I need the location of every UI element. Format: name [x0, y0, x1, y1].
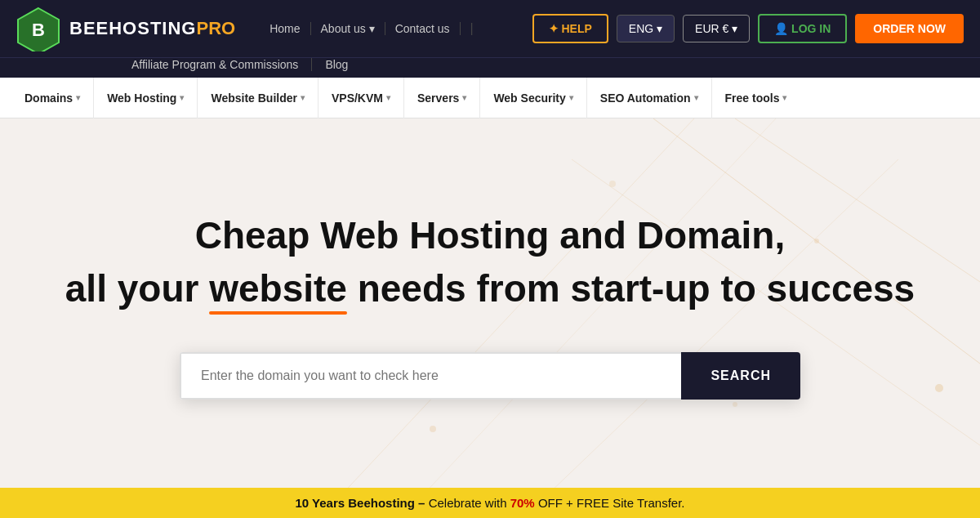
nav-blog[interactable]: Blog	[312, 58, 361, 71]
nav-domains[interactable]: Domains ▾	[24, 78, 94, 118]
svg-point-12	[609, 181, 616, 187]
webhosting-chevron: ▾	[180, 93, 184, 102]
svg-point-9	[935, 384, 943, 392]
hero-title-line2: all your website needs from start-up to …	[65, 266, 915, 311]
nav-web-hosting[interactable]: Web Hosting ▾	[94, 78, 198, 118]
freetools-chevron: ▾	[782, 93, 786, 102]
vps-chevron: ▾	[386, 93, 390, 102]
currency-selector[interactable]: EUR € ▾	[683, 15, 750, 42]
nav-vps-kvm[interactable]: VPS/KVM ▾	[318, 78, 404, 118]
domain-search-bar: SEARCH	[180, 352, 800, 400]
nav-website-builder[interactable]: Website Builder ▾	[198, 78, 318, 118]
logo-icon: B	[16, 7, 61, 51]
main-navigation: Domains ▾ Web Hosting ▾ Website Builder …	[0, 78, 980, 118]
banner-years: 10 Years Beehosting –	[295, 496, 425, 510]
domains-chevron: ▾	[76, 93, 80, 102]
top-navigation: Home About us ▾ Contact us |	[260, 21, 532, 36]
login-button[interactable]: 👤 LOG IN	[758, 14, 847, 43]
help-button[interactable]: ✦ HELP	[532, 14, 608, 43]
servers-chevron: ▾	[462, 93, 466, 102]
nav-contact[interactable]: Contact us	[385, 22, 461, 35]
nav-affiliate[interactable]: Affiliate Program & Commissions	[118, 58, 312, 71]
decorative-lines	[0, 118, 980, 511]
language-selector[interactable]: ENG ▾	[617, 15, 675, 42]
svg-point-11	[814, 239, 819, 243]
search-button[interactable]: SEARCH	[681, 352, 800, 400]
top-actions: ✦ HELP ENG ▾ EUR € ▾ 👤 LOG IN ORDER NOW	[532, 14, 964, 43]
nav-home[interactable]: Home	[260, 22, 310, 35]
svg-point-10	[430, 426, 436, 432]
nav-free-tools[interactable]: Free tools ▾	[712, 78, 800, 118]
svg-text:B: B	[32, 20, 45, 40]
security-chevron: ▾	[569, 93, 573, 102]
banner-text-suffix: OFF + FREE Site Transfer.	[538, 496, 685, 510]
nav-seo-automation[interactable]: SEO Automation ▾	[587, 78, 712, 118]
promo-banner: 10 Years Beehosting – Celebrate with 70%…	[0, 488, 980, 511]
svg-line-8	[531, 159, 898, 511]
nav-servers[interactable]: Servers ▾	[404, 78, 480, 118]
banner-text-middle: Celebrate with	[429, 496, 510, 510]
top-bar: B BEEHOSTINGPRO Home About us ▾ Contact …	[0, 0, 980, 57]
hero-keyword: website	[209, 266, 347, 311]
logo-area: B BEEHOSTINGPRO	[16, 7, 235, 51]
svg-line-6	[327, 118, 694, 511]
brand-name: BEEHOSTINGPRO	[69, 18, 235, 39]
nav-about[interactable]: About us ▾	[311, 22, 385, 35]
seo-chevron: ▾	[694, 93, 698, 102]
hero-section: Cheap Web Hosting and Domain, all your w…	[0, 118, 980, 511]
banner-discount: 70%	[510, 496, 535, 510]
domain-search-input[interactable]	[180, 352, 681, 400]
nav-web-security[interactable]: Web Security ▾	[480, 78, 586, 118]
top-bar-secondary: Affiliate Program & Commissions Blog	[0, 57, 980, 78]
order-now-button[interactable]: ORDER NOW	[855, 14, 964, 43]
hero-title-line1: Cheap Web Hosting and Domain,	[195, 213, 785, 258]
builder-chevron: ▾	[301, 93, 305, 102]
svg-point-13	[733, 402, 737, 407]
